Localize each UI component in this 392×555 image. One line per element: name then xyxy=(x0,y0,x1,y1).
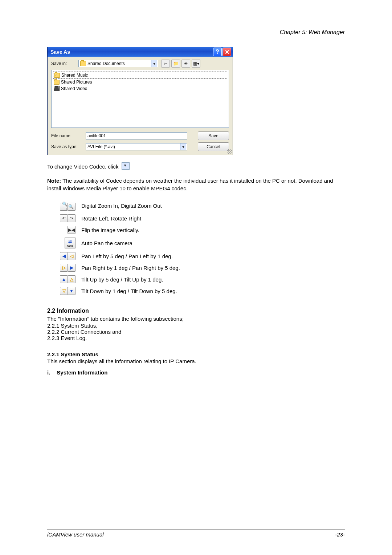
view-menu-icon[interactable]: ▦▾ xyxy=(192,60,200,68)
close-button[interactable]: ✕ xyxy=(222,48,231,56)
pan-left-5-icon[interactable]: ◀ xyxy=(60,252,68,260)
note-label: Note: xyxy=(47,178,61,184)
dropdown-icon[interactable] xyxy=(122,162,130,170)
chapter-header: Chapter 5: Web Manager xyxy=(47,29,345,36)
section-2-2-intro: The "Information" tab contains the follo… xyxy=(47,316,345,322)
music-folder-icon xyxy=(54,73,60,78)
list-item-label: Shared Video xyxy=(61,86,87,91)
auto-pan-arrows-icon xyxy=(68,239,72,244)
tilt-down-5-icon[interactable]: ▼ xyxy=(68,287,75,295)
list-item-label: Shared Pictures xyxy=(61,80,92,85)
control-desc: Pan Left by 5 deg / Pan Left by 1 deg. xyxy=(78,250,183,262)
save-button[interactable]: Save xyxy=(198,131,229,140)
auto-pan-button[interactable]: Auto xyxy=(65,238,75,248)
folder-open-icon xyxy=(80,61,86,66)
dialog-titlebar[interactable]: Save As ? ✕ xyxy=(48,47,233,57)
new-folder-icon[interactable]: ✳ xyxy=(181,60,190,68)
tilt-down-buttons[interactable]: ▽ ▼ xyxy=(60,287,75,295)
list-item[interactable]: Shared Video xyxy=(53,85,227,92)
zoom-in-icon[interactable]: 🔍+ xyxy=(60,203,68,211)
tilt-up-1-icon[interactable]: △ xyxy=(68,275,75,283)
filename-input[interactable]: avifile001 xyxy=(86,132,187,139)
help-button[interactable]: ? xyxy=(213,48,222,56)
chevron-down-icon[interactable]: ▼ xyxy=(180,143,186,150)
resize-grip-icon[interactable] xyxy=(227,149,232,154)
chevron-down-icon[interactable]: ▼ xyxy=(151,60,157,67)
rotate-left-icon[interactable]: ↶ xyxy=(60,214,68,222)
section-2-2-1-title: 2.2.1 System Status xyxy=(47,351,345,357)
section-2-2-title: 2.2 Information xyxy=(47,308,345,314)
section-2-2-list: 2.2.1 System Status, 2.2.2 Current Conne… xyxy=(47,323,345,341)
tilt-up-buttons[interactable]: ▲ △ xyxy=(60,275,75,283)
list-item: 2.2.2 Current Connections and xyxy=(47,329,345,335)
auto-pan-label: Auto xyxy=(67,244,73,247)
pan-right-5-icon[interactable]: ▶ xyxy=(68,264,75,272)
dialog-title: Save As xyxy=(50,49,70,55)
list-item: 2.2.1 System Status, xyxy=(47,323,345,329)
save-as-type-combo[interactable]: AVI File (*.avi) ▼ xyxy=(86,143,187,150)
control-desc: Auto Pan the camera xyxy=(78,236,183,250)
control-desc: Tilt Down by 1 deg / Tilt Down by 5 deg. xyxy=(78,285,183,297)
roman-title: System Information xyxy=(57,369,107,376)
control-desc: Flip the image vertically. xyxy=(78,224,183,236)
save-in-value: Shared Documents xyxy=(87,61,125,66)
pictures-folder-icon xyxy=(54,80,60,85)
roman-numeral: i. xyxy=(47,369,50,376)
footer-left: iCAMView user manual xyxy=(47,531,104,538)
dialog-nav-toolbar: ⇦ 📁 ✳ ▦▾ xyxy=(161,60,200,68)
zoom-out-icon[interactable]: 🔍- xyxy=(68,203,75,211)
note-paragraph: Note: The availability of Codec depends … xyxy=(47,177,345,192)
control-desc: Rotate Left, Rotate Right xyxy=(78,212,183,224)
control-desc: Digital Zoom In, Digital Zoom Out xyxy=(78,199,183,212)
camera-controls-table: 🔍+ 🔍- Digital Zoom In, Digital Zoom Out … xyxy=(47,199,183,297)
control-desc: Pan Right by 1 deg / Pan Right by 5 deg. xyxy=(78,262,183,274)
up-one-level-icon[interactable]: 📁 xyxy=(171,60,180,68)
list-item: 2.2.3 Event Log. xyxy=(47,335,345,341)
section-2-2-1-body: This section displays all the informatio… xyxy=(47,358,345,364)
footer-right: -23- xyxy=(335,531,345,538)
file-list-pane[interactable]: Shared Music Shared Pictures Shared Vide… xyxy=(51,70,229,128)
cancel-button[interactable]: Cancel xyxy=(198,142,229,151)
subsection-i: i. System Information xyxy=(47,369,345,376)
list-item-label: Shared Music xyxy=(61,73,88,78)
save-in-label: Save in: xyxy=(51,61,78,66)
pan-right-buttons[interactable]: ▷ ▶ xyxy=(60,264,75,272)
save-as-type-value: AVI File (*.avi) xyxy=(87,144,115,149)
control-desc: Tilt Up by 5 deg / Tilt Up by 1 deg. xyxy=(78,274,183,285)
filename-value: avifile001 xyxy=(87,133,106,138)
codec-click-line: To change Video Codec, click xyxy=(47,162,345,170)
pan-left-buttons[interactable]: ◀ ◁ xyxy=(60,252,75,260)
filename-label: File name: xyxy=(51,133,86,138)
zoom-buttons[interactable]: 🔍+ 🔍- xyxy=(60,203,75,211)
tilt-down-1-icon[interactable]: ▽ xyxy=(60,287,68,295)
rotate-buttons[interactable]: ↶ ↷ xyxy=(60,214,75,222)
save-as-type-label: Save as type: xyxy=(51,144,86,149)
pan-left-1-icon[interactable]: ◁ xyxy=(68,252,75,260)
back-icon[interactable]: ⇦ xyxy=(161,60,170,68)
list-item[interactable]: Shared Music xyxy=(53,72,227,79)
save-in-combo[interactable]: Shared Documents ▼ xyxy=(78,60,158,67)
save-as-dialog: Save As ? ✕ Save in: Shared Documents ▼ … xyxy=(47,47,233,155)
pan-right-1-icon[interactable]: ▷ xyxy=(60,264,68,272)
flip-vertical-icon[interactable]: ▶◀ xyxy=(68,226,75,234)
list-item[interactable]: Shared Pictures xyxy=(53,79,227,85)
video-folder-icon xyxy=(54,86,60,91)
rotate-right-icon[interactable]: ↷ xyxy=(68,214,75,222)
header-rule xyxy=(47,38,345,38)
tilt-up-5-icon[interactable]: ▲ xyxy=(60,275,68,283)
page-footer: iCAMView user manual -23- xyxy=(47,530,345,538)
